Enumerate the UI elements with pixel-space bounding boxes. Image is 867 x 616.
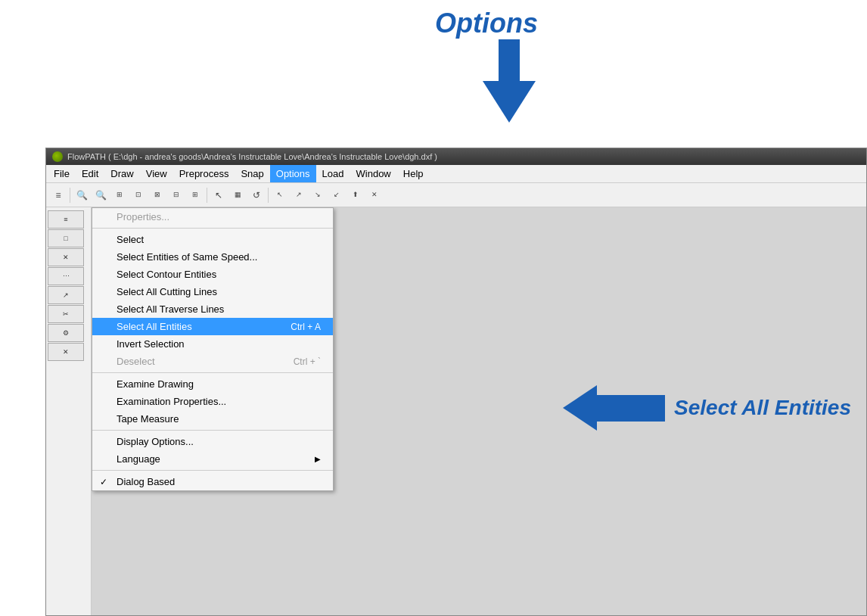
dropdown-select[interactable]: Select — [92, 231, 333, 248]
dropdown-select-contour[interactable]: Select Contour Entities — [92, 266, 333, 283]
select-all-annotation: Select All Entities — [563, 385, 851, 431]
toolbar-move-ur[interactable]: ↗ — [290, 186, 308, 204]
toolbar-zoom-out[interactable]: 🔍 — [92, 186, 110, 204]
toolbar-zoom-3[interactable]: ⊟ — [167, 186, 185, 204]
dropdown-select-all-cutting[interactable]: Select All Cutting Lines — [92, 283, 333, 300]
dropdown-examination-properties[interactable]: Examination Properties... — [92, 393, 333, 410]
sidebar-btn-2[interactable]: □ — [48, 229, 84, 247]
top-annotation: Options — [0, 8, 867, 123]
toolbar-zoom-4[interactable]: ⊞ — [186, 186, 204, 204]
dropdown-deselect[interactable]: Deselect Ctrl + ` — [92, 353, 333, 370]
menu-load[interactable]: Load — [316, 165, 350, 182]
dropdown-sep-1 — [92, 228, 333, 229]
down-arrow — [437, 39, 536, 123]
toolbar-move-dl[interactable]: ↙ — [328, 186, 346, 204]
dropdown-examine-drawing[interactable]: Examine Drawing — [92, 375, 333, 393]
dropdown-sep-2 — [92, 372, 333, 373]
dropdown-sep-4 — [92, 470, 333, 471]
sidebar-btn-6[interactable]: ✂ — [48, 305, 84, 323]
dropdown-display-options[interactable]: Display Options... — [92, 433, 333, 450]
toolbar-zoom-in[interactable]: 🔍 — [73, 186, 91, 204]
app-icon — [52, 151, 63, 162]
title-bar: FlowPATH ( E:\dgh - andrea's goods\Andre… — [46, 148, 866, 165]
canvas-area: Properties... Select Select Entities of … — [92, 207, 866, 615]
title-bar-text: FlowPATH ( E:\dgh - andrea's goods\Andre… — [67, 152, 437, 161]
sidebar-btn-1[interactable]: ≡ — [48, 210, 84, 229]
options-annotation-label: Options — [435, 8, 538, 39]
menu-bar: File Edit Draw View Preprocess Snap Opti… — [46, 165, 866, 183]
sidebar-btn-4[interactable]: ⋯ — [48, 267, 84, 285]
dropdown-select-all-traverse[interactable]: Select All Traverse Lines — [92, 300, 333, 318]
toolbar-close[interactable]: ✕ — [365, 186, 384, 204]
dropdown-language[interactable]: Language ▶ — [92, 450, 333, 468]
toolbar-zoom-fit[interactable]: ⊞ — [110, 186, 129, 204]
toolbar-up[interactable]: ⬆ — [346, 186, 365, 204]
toolbar-sep-1 — [70, 188, 70, 203]
toolbar-rotate[interactable]: ↺ — [247, 186, 266, 204]
sidebar-btn-5[interactable]: ↗ — [48, 286, 84, 304]
sidebar: ≡ □ ✕ ⋯ ↗ ✂ ⚙ ✕ — [46, 207, 92, 615]
toolbar-grid[interactable]: ▦ — [228, 186, 247, 204]
menu-options[interactable]: Options — [270, 165, 316, 182]
dropdown-properties[interactable]: Properties... — [92, 208, 333, 226]
toolbar-zoom-2[interactable]: ⊠ — [148, 186, 166, 204]
menu-draw[interactable]: Draw — [104, 165, 139, 182]
toolbar-zoom-1[interactable]: ⊡ — [129, 186, 148, 204]
toolbar-sep-3 — [268, 188, 269, 203]
dropdown-tape-measure[interactable]: Tape Measure — [92, 410, 333, 428]
menu-file[interactable]: File — [48, 165, 76, 182]
menu-window[interactable]: Window — [350, 165, 397, 182]
options-dropdown-menu: Properties... Select Select Entities of … — [92, 207, 334, 491]
toolbar: ≡ 🔍 🔍 ⊞ ⊡ ⊠ ⊟ ⊞ ↖ ▦ ↺ ↖ ↗ ↘ ↙ ⬆ ✕ — [46, 183, 866, 207]
sidebar-btn-3[interactable]: ✕ — [48, 248, 84, 266]
left-arrow-shape — [563, 385, 665, 431]
dropdown-sep-3 — [92, 430, 333, 431]
dropdown-invert-selection[interactable]: Invert Selection — [92, 335, 333, 353]
app-window: FlowPATH ( E:\dgh - andrea's goods\Andre… — [45, 148, 867, 616]
toolbar-sep-2 — [207, 188, 207, 203]
sidebar-btn-8[interactable]: ✕ — [48, 343, 84, 361]
menu-edit[interactable]: Edit — [76, 165, 104, 182]
main-area: ≡ □ ✕ ⋯ ↗ ✂ ⚙ ✕ Properties... Select — [46, 207, 866, 615]
toolbar-select[interactable]: ↖ — [210, 186, 228, 204]
sidebar-btn-7[interactable]: ⚙ — [48, 324, 84, 342]
menu-preprocess[interactable]: Preprocess — [173, 165, 235, 182]
select-all-annotation-label: Select All Entities — [674, 396, 851, 420]
toolbar-sidebar-icon[interactable]: ≡ — [49, 186, 67, 204]
arrow-body — [597, 395, 665, 422]
menu-view[interactable]: View — [140, 165, 173, 182]
dropdown-select-all-entities[interactable]: Select All Entities Ctrl + A — [92, 318, 333, 335]
dropdown-dialog-based[interactable]: Dialog Based — [92, 473, 333, 490]
toolbar-move-dr[interactable]: ↘ — [309, 186, 327, 204]
menu-snap[interactable]: Snap — [235, 165, 269, 182]
arrow-head — [563, 385, 597, 431]
dropdown-select-same-speed[interactable]: Select Entities of Same Speed... — [92, 248, 333, 266]
toolbar-move-ul[interactable]: ↖ — [271, 186, 289, 204]
menu-help[interactable]: Help — [397, 165, 430, 182]
